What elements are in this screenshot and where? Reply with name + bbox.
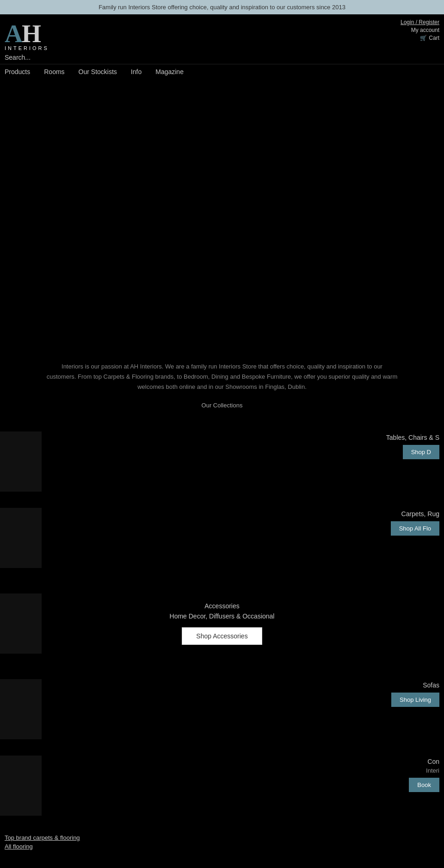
dining-collection: Tables, Chairs & S Shop D — [0, 425, 444, 499]
login-register-link[interactable]: Login / Register — [401, 19, 439, 25]
nav-stockists[interactable]: Our Stockists — [79, 68, 117, 75]
cart-label: Cart — [429, 35, 439, 41]
consultation-subtitle: Interi — [409, 767, 439, 774]
header: Login / Register My account 🛒 Cart AH IN… — [0, 14, 444, 64]
header-cart[interactable]: 🛒 Cart — [420, 35, 439, 41]
consultation-title: Con — [409, 758, 439, 765]
collections-link[interactable]: Our Collections — [46, 400, 398, 411]
dining-content: Tables, Chairs & S Shop D — [386, 434, 439, 459]
shop-living-button[interactable]: Shop Living — [391, 693, 439, 707]
cart-icon: 🛒 — [420, 35, 427, 41]
consultation-image — [0, 756, 42, 816]
dining-title: Tables, Chairs & S — [386, 434, 439, 441]
shop-accessories-button[interactable]: Shop Accessories — [182, 627, 262, 645]
flooring-image — [0, 508, 42, 568]
about-section: Interiors is our passion at AH Interiors… — [0, 348, 444, 425]
accessories-image — [0, 593, 42, 654]
consultation-content: Con Interi Book — [409, 758, 439, 792]
consultation-collection: Con Interi Book — [0, 749, 444, 823]
bottom-spacer — [0, 856, 444, 868]
about-text: Interiors is our passion at AH Interiors… — [46, 362, 398, 392]
footer-link-flooring[interactable]: All flooring — [5, 843, 439, 850]
living-image — [0, 679, 42, 739]
nav-magazine[interactable]: Magazine — [155, 68, 184, 75]
nav-products[interactable]: Products — [5, 68, 30, 75]
my-account-link[interactable]: My account — [411, 27, 439, 33]
logo-text[interactable]: AH — [5, 21, 40, 46]
flooring-content: Carpets, Rug Shop All Flo — [391, 510, 439, 536]
living-title: Sofas — [391, 681, 439, 689]
hero-image — [0, 79, 444, 348]
dining-image — [0, 431, 42, 492]
top-banner: Family run Interiors Store offering choi… — [0, 0, 444, 14]
flooring-collection: Carpets, Rug Shop All Flo — [0, 501, 444, 575]
living-collection: Sofas Shop Living — [0, 672, 444, 746]
accessories-subtitle: Home Decor, Diffusers & Occasional — [170, 612, 275, 620]
footer-link-carpets[interactable]: Top brand carpets & flooring — [5, 834, 439, 841]
shop-flooring-button[interactable]: Shop All Flo — [391, 521, 439, 536]
header-links: Login / Register — [401, 19, 439, 25]
nav-info[interactable]: Info — [131, 68, 142, 75]
search-input[interactable]: Search... — [0, 51, 444, 64]
top-banner-text: Family run Interiors Store offering choi… — [99, 4, 345, 11]
shop-dining-button[interactable]: Shop D — [403, 445, 439, 459]
logo-subtitle: INTERIORS — [5, 45, 49, 51]
logo-area: AH INTERIORS — [0, 19, 444, 51]
main-nav: Products Rooms Our Stockists Info Magazi… — [0, 64, 444, 79]
header-actions: Login / Register My account 🛒 Cart — [401, 19, 439, 41]
book-consultation-button[interactable]: Book — [409, 778, 439, 792]
flooring-title: Carpets, Rug — [391, 510, 439, 518]
footer-links: Top brand carpets & flooring All floorin… — [0, 825, 444, 856]
nav-rooms[interactable]: Rooms — [44, 68, 64, 75]
accessories-collection: Accessories Home Decor, Diffusers & Occa… — [0, 577, 444, 670]
accessories-title: Accessories — [204, 602, 239, 610]
living-content: Sofas Shop Living — [391, 681, 439, 707]
